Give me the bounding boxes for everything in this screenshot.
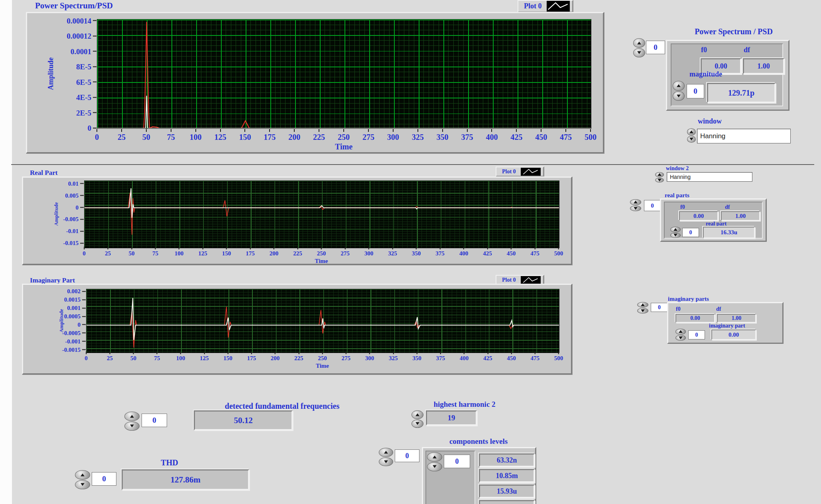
- x-axis-tick: 225: [293, 251, 302, 257]
- y-axis-tick: -0.005: [63, 216, 79, 222]
- f0-label: f0: [680, 204, 685, 210]
- x-axis-tick: 400: [486, 133, 498, 141]
- real-parts-index-spinner[interactable]: [630, 199, 641, 211]
- real-part-index-field[interactable]: 0: [682, 228, 699, 237]
- component-level-value: 15.93u: [479, 484, 535, 498]
- y-axis-tick: 0: [88, 124, 92, 132]
- x-axis-tick: 100: [176, 355, 185, 361]
- psd-index-field[interactable]: 0: [646, 41, 665, 54]
- components-outer-index-spinner[interactable]: [379, 448, 393, 466]
- x-axis-tick: 125: [198, 251, 207, 257]
- y-axis-tick: 0.0001: [71, 47, 91, 55]
- y-axis-tick: 0.00014: [67, 17, 91, 24]
- y-axis-tick: 0: [76, 204, 79, 210]
- imaginary-parts-index-field[interactable]: 0: [651, 303, 668, 312]
- psd-graph-frame: Amplitude Time 0.000140.000120.00018E-56…: [26, 12, 604, 153]
- y-axis-tick: 6E-5: [76, 78, 91, 86]
- x-axis-tick: 50: [130, 355, 136, 361]
- x-axis-tick: 175: [264, 133, 276, 141]
- components-inner-index-field[interactable]: 0: [444, 455, 470, 468]
- hh2-index-spinner[interactable]: [411, 410, 423, 428]
- x-axis-tick: 150: [222, 251, 231, 257]
- x-axis-tick: 225: [313, 133, 325, 141]
- x-axis-tick: 425: [510, 133, 522, 141]
- window2-ring-field[interactable]: Hanning: [667, 172, 752, 182]
- x-axis-tick: 375: [435, 251, 445, 257]
- imaginary-part-graph: Imaginary Part Plot 0 Amplitude Time 0.0…: [22, 274, 596, 376]
- thd-index-spinner[interactable]: [75, 470, 90, 489]
- waveform-icon: [521, 168, 541, 176]
- imaginary-part-graph-frame: Amplitude Time 0.0020.00150.0010.00050-0…: [22, 284, 572, 375]
- df-label: df: [744, 46, 750, 54]
- imaginary-part-index-field[interactable]: 0: [688, 330, 705, 339]
- real-part-graph: Real Part Plot 0 Amplitude Time 0.010.00…: [22, 167, 596, 266]
- x-axis-tick: 125: [200, 355, 209, 361]
- x-axis-tick: 75: [152, 251, 158, 257]
- hh2-value: 19: [426, 410, 477, 426]
- x-axis-tick: 350: [412, 251, 421, 257]
- x-axis-tick: 0: [83, 251, 86, 257]
- x-axis-tick: 325: [412, 133, 424, 141]
- x-axis-tick: 175: [246, 251, 255, 257]
- x-axis-tick: 25: [105, 251, 111, 257]
- x-axis-tick: 300: [365, 355, 374, 361]
- dff-index-spinner[interactable]: [124, 412, 140, 431]
- window-ring-spinner[interactable]: [687, 128, 696, 143]
- thd-index-field[interactable]: 0: [92, 472, 116, 486]
- df-value: 1.00: [721, 211, 760, 221]
- x-axis-tick: 0: [85, 355, 88, 361]
- thd-label: THD: [136, 458, 203, 467]
- x-axis-tick: 500: [585, 133, 597, 141]
- df-label: df: [716, 306, 721, 312]
- real-plot-legend[interactable]: Plot 0: [496, 167, 544, 177]
- x-axis-tick: 450: [507, 251, 516, 257]
- real-part-value: 16.33u: [703, 227, 755, 238]
- psd-graph: Power Spectrum/PSD Plot 0 Amplitude Time…: [26, 0, 606, 155]
- real-parts-index-field[interactable]: 0: [644, 200, 661, 211]
- magnitude-index-spinner[interactable]: [673, 81, 685, 101]
- component-level-value: 10.85m: [479, 469, 535, 482]
- thd-indicator: THD 0 127.86m: [72, 458, 255, 494]
- imaginary-part-index-spinner[interactable]: [675, 329, 686, 341]
- y-axis-tick: 0.0015: [64, 297, 81, 303]
- x-axis-tick: 300: [364, 251, 374, 257]
- x-axis-tick: 250: [338, 133, 350, 141]
- df-value: 1.00: [743, 58, 784, 74]
- x-axis-tick: 100: [175, 251, 184, 257]
- x-axis-tick: 100: [190, 133, 202, 141]
- x-axis-tick: 275: [342, 355, 351, 361]
- psd-index-spinner[interactable]: [633, 38, 645, 57]
- f0-label: f0: [676, 306, 681, 312]
- window2-ring-spinner[interactable]: [655, 172, 664, 182]
- waveform-icon: [521, 276, 541, 284]
- components-outer-index-field[interactable]: 0: [395, 449, 419, 462]
- x-axis-tick: 0: [95, 133, 99, 141]
- detected-fundamental-frequencies: detected fundamental frequencies 0 50.12: [120, 400, 407, 436]
- real-y-axis-label: Amplitude: [53, 202, 59, 226]
- x-axis-tick: 375: [461, 133, 473, 141]
- real-part-index-spinner[interactable]: [670, 227, 681, 238]
- x-axis-tick: 75: [154, 355, 160, 361]
- imaginary-part-graph-title: Imaginary Part: [30, 277, 75, 284]
- window-ring-field[interactable]: Hanning: [697, 129, 791, 143]
- y-axis-tick: -0.0015: [62, 347, 81, 353]
- x-axis-tick: 500: [554, 355, 563, 361]
- x-axis-tick: 175: [247, 355, 256, 361]
- imaginary-part-label: imaginary part: [709, 323, 745, 329]
- imaginary-parts-panel: f0 df 0.00 1.00 imaginary part 0 0.00: [667, 302, 784, 344]
- imaginary-parts-index-spinner[interactable]: [637, 302, 648, 314]
- psd-plot-legend[interactable]: Plot 0: [518, 0, 573, 13]
- real-parts-title: real parts: [665, 192, 689, 199]
- series-psd-red: [97, 22, 591, 128]
- y-axis-tick: 0.0005: [64, 314, 81, 320]
- window-label: window: [698, 118, 722, 126]
- components-inner-index-spinner[interactable]: [427, 452, 442, 471]
- dff-index-field[interactable]: 0: [142, 414, 167, 427]
- x-axis-tick: 450: [507, 355, 516, 361]
- real-part-label: real part: [706, 221, 726, 227]
- hh2-label: highest harmonic 2: [413, 400, 516, 409]
- magnitude-index-field[interactable]: 0: [687, 84, 704, 98]
- f0-label: f0: [701, 46, 707, 54]
- real-part-graph-title: Real Part: [30, 169, 57, 177]
- y-axis-tick: 0: [78, 322, 81, 328]
